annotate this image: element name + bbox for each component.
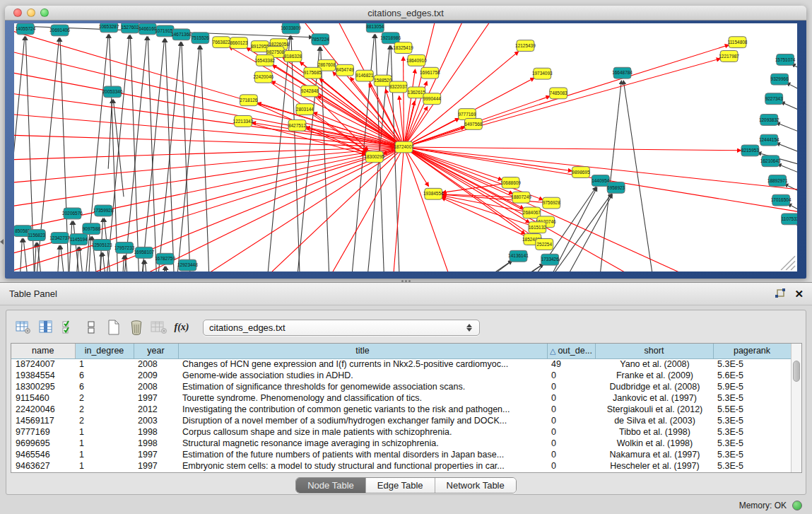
delete-table-icon[interactable] (125, 317, 148, 338)
table-cell[interactable]: 1 (75, 426, 134, 438)
table-cell[interactable]: 1998 (134, 426, 178, 438)
table-cell[interactable]: Hescheler et al. (1997) (595, 460, 713, 472)
column-header-title[interactable]: title (178, 344, 547, 358)
table-cell[interactable]: 9699695 (11, 438, 75, 449)
table-cell[interactable]: 0 (547, 381, 595, 392)
table-cell[interactable]: Estimation of significance thresholds fo… (178, 381, 547, 392)
table-cell[interactable]: 14569117 (11, 415, 75, 426)
minimize-window-button[interactable] (27, 8, 35, 17)
table-row[interactable]: 1830029562008Estimation of significance … (11, 381, 791, 392)
row-height-icon[interactable] (80, 317, 102, 338)
network-view[interactable]: 1405572420691406106532871527602646616010… (14, 23, 797, 271)
float-panel-icon[interactable] (775, 288, 786, 299)
table-row[interactable]: 946362711997Embryonic stem cells: a mode… (11, 460, 791, 472)
table-cell[interactable]: 0 (547, 404, 595, 415)
table-settings-icon[interactable] (12, 317, 35, 338)
table-cell[interactable]: Embryonic stem cells: a model to study s… (178, 460, 547, 472)
table-cell[interactable]: 9115460 (11, 392, 75, 404)
table-cell[interactable]: 0 (547, 449, 595, 460)
select-columns-icon[interactable] (35, 317, 57, 338)
table-cell[interactable]: 18300295 (11, 381, 75, 392)
table-cell[interactable]: 6 (75, 370, 134, 381)
table-cell[interactable]: 9777169 (11, 426, 75, 438)
table-scrollbar[interactable] (791, 344, 801, 472)
table-cell[interactable]: Tourette syndrome. Phenomenology and cla… (178, 392, 547, 404)
table-cell[interactable]: 22420046 (11, 404, 75, 415)
table-row[interactable]: 1938455462009Genome-wide association stu… (11, 370, 791, 381)
tab-edge-table[interactable]: Edge Table (366, 478, 435, 493)
table-cell[interactable]: 2008 (134, 381, 178, 392)
table-cell[interactable]: Corpus callosum shape and size in male p… (178, 426, 547, 438)
table-row[interactable]: 969969511998Structural magnetic resonanc… (11, 438, 791, 449)
zoom-window-button[interactable] (40, 8, 49, 17)
column-header-outde[interactable]: △out_de... (547, 344, 595, 358)
table-scrollbar-thumb[interactable] (793, 361, 800, 382)
table-cell[interactable]: 1 (75, 438, 134, 449)
table-cell[interactable]: Changes of HCN gene expression and I(f) … (178, 358, 547, 370)
table-cell[interactable]: Disruption of a novel member of a sodium… (178, 415, 547, 426)
table-cell[interactable]: 0 (547, 415, 595, 426)
table-cell[interactable]: Franke et al. (2009) (595, 370, 713, 381)
column-header-year[interactable]: year (134, 344, 178, 358)
table-cell[interactable]: Yano et al. (2008) (595, 358, 713, 370)
table-cell[interactable]: 19384554 (11, 370, 75, 381)
tab-network-table[interactable]: Network Table (435, 478, 516, 493)
table-cell[interactable]: 0 (547, 438, 595, 449)
column-header-short[interactable]: short (595, 344, 713, 358)
table-cell[interactable]: Tibbo et al. (1998) (595, 426, 713, 438)
table-cell[interactable]: Dudbridge et al. (2008) (595, 381, 713, 392)
column-header-name[interactable]: name (11, 344, 75, 358)
table-cell[interactable]: 5.3E-5 (713, 358, 791, 370)
table-cell[interactable]: 1 (75, 358, 134, 370)
new-table-icon[interactable] (102, 317, 125, 338)
citation-network-graph[interactable]: 1405572420691406106532871527602646616010… (14, 23, 797, 271)
node-table-grid[interactable]: namein_degreeyeartitle△out_de...shortpag… (11, 344, 791, 472)
table-cell[interactable]: Genome-wide association studies in ADHD. (178, 370, 547, 381)
table-cell[interactable]: 1997 (134, 460, 178, 472)
table-cell[interactable]: Structural magnetic resonance image aver… (178, 438, 547, 449)
close-window-button[interactable] (13, 8, 22, 17)
table-cell[interactable]: 1997 (134, 392, 178, 404)
table-cell[interactable]: 1997 (134, 449, 178, 460)
table-cell[interactable]: 9465546 (11, 449, 75, 460)
table-cell[interactable]: 5.3E-5 (713, 415, 791, 426)
table-source-combobox[interactable]: citations_edges.txt (203, 320, 480, 336)
table-cell[interactable]: 2003 (134, 415, 178, 426)
table-cell[interactable]: Nakamura et al. (1997) (595, 449, 713, 460)
function-builder-icon[interactable]: f(x) (170, 317, 193, 338)
table-cell[interactable]: 9463627 (11, 460, 75, 472)
table-cell[interactable]: Wolkin et al. (1998) (595, 438, 713, 449)
table-cell[interactable]: Investigating the contribution of common… (178, 404, 547, 415)
table-header-row[interactable]: namein_degreeyeartitle△out_de...shortpag… (11, 344, 791, 358)
table-cell[interactable]: 0 (547, 370, 595, 381)
table-cell[interactable]: Estimation of the future numbers of pati… (178, 449, 547, 460)
table-cell[interactable]: 1 (75, 449, 134, 460)
table-cell[interactable]: 5.6E-5 (713, 370, 791, 381)
network-window-titlebar[interactable]: citations_edges.txt (5, 6, 806, 21)
table-row[interactable]: 911546021997Tourette syndrome. Phenomeno… (11, 392, 791, 404)
table-row[interactable]: 1456911722003Disruption of a novel membe… (11, 415, 791, 426)
table-cell[interactable]: Stergiakouli et al. (2012) (595, 404, 713, 415)
table-cell[interactable]: 2 (75, 404, 134, 415)
table-cell[interactable]: 5.3E-5 (713, 426, 791, 438)
table-cell[interactable]: 2009 (134, 370, 178, 381)
resize-grip-icon[interactable] (791, 266, 795, 270)
table-cell[interactable]: 5.3E-5 (713, 392, 791, 404)
close-panel-icon[interactable]: ✕ (794, 288, 804, 299)
table-cell[interactable]: 0 (547, 392, 595, 404)
table-row[interactable]: 2242004622012Investigating the contribut… (11, 404, 791, 415)
table-cell[interactable]: 5.5E-5 (713, 404, 791, 415)
left-collapse-arrow-icon[interactable] (0, 239, 4, 245)
table-cell[interactable]: 2 (75, 415, 134, 426)
table-cell[interactable]: 5.9E-5 (713, 381, 791, 392)
table-cell[interactable]: 1998 (134, 438, 178, 449)
table-cell[interactable]: 2 (75, 392, 134, 404)
column-header-pagerank[interactable]: pagerank (713, 344, 791, 358)
select-rows-check-icon[interactable] (57, 317, 80, 338)
table-row[interactable]: 946554611997Estimation of the future num… (11, 449, 791, 460)
table-cell[interactable]: 0 (547, 426, 595, 438)
table-cell[interactable]: 6 (75, 381, 134, 392)
table-cell[interactable]: Jankovic et al. (1997) (595, 392, 713, 404)
column-header-indegree[interactable]: in_degree (75, 344, 134, 358)
table-cell[interactable]: 2008 (134, 358, 178, 370)
